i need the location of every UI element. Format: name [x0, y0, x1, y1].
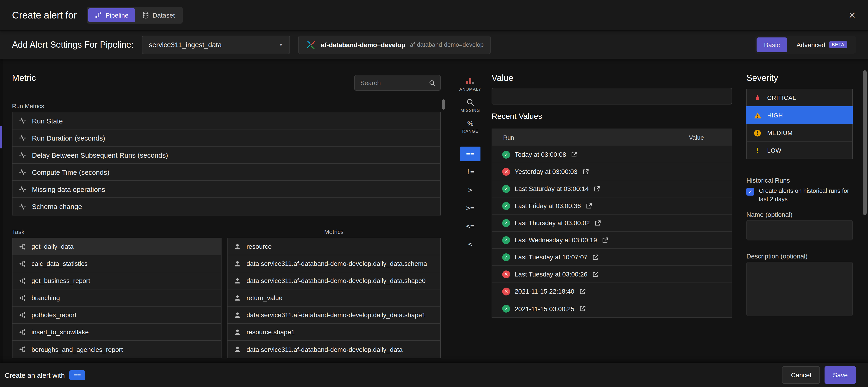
task-name: get_business_report	[31, 277, 90, 284]
alert-type-toggle: Pipeline Dataset	[87, 7, 183, 23]
task-item[interactable]: get_business_report	[12, 272, 221, 289]
anomaly-option[interactable]: ANOMALY	[459, 77, 481, 92]
external-link-icon[interactable]	[594, 219, 601, 226]
external-link-icon[interactable]	[579, 305, 586, 312]
external-link-icon[interactable]	[571, 151, 578, 158]
task-metric-item[interactable]: return_value	[227, 289, 440, 307]
alert-circle-icon	[753, 129, 762, 137]
recent-run-row[interactable]: 2021-11-15 22:18:40	[492, 283, 732, 300]
pipeline-icon	[95, 11, 102, 19]
external-link-icon[interactable]	[592, 254, 599, 261]
close-icon[interactable]: ✕	[848, 10, 856, 20]
toggle-dataset[interactable]: Dataset	[136, 8, 182, 22]
background-app-edge-accent	[0, 126, 2, 149]
toggle-dataset-label: Dataset	[153, 11, 175, 19]
external-link-icon[interactable]	[593, 185, 600, 192]
external-link-icon[interactable]	[592, 271, 599, 278]
run-metric-item[interactable]: Run State	[12, 112, 440, 129]
severity-list: CRITICAL HIGH MEDIUM LOW	[746, 89, 853, 159]
recent-run-row[interactable]: Last Thursday at 03:00:02	[492, 215, 732, 232]
toggle-pipeline[interactable]: Pipeline	[88, 8, 135, 22]
alert-settings-bar: Add Alert Settings For Pipeline: service…	[0, 31, 868, 59]
advanced-mode-label: Advanced	[797, 41, 826, 48]
user-metric-icon	[234, 294, 241, 301]
task-icon	[19, 277, 26, 284]
run-metric-item[interactable]: Missing data operations	[12, 181, 440, 198]
basic-mode-label: Basic	[764, 41, 780, 48]
name-input[interactable]	[746, 220, 853, 240]
task-name: calc_data_statistics	[31, 260, 88, 267]
run-metric-label: Run Duration (seconds)	[32, 134, 105, 142]
run-metric-label: Compute Time (seconds)	[32, 168, 110, 176]
severity-medium[interactable]: MEDIUM	[746, 124, 853, 141]
task-metric-item[interactable]: resource	[227, 238, 440, 255]
run-status-icon	[502, 287, 510, 295]
operator-greater-equal[interactable]: >=	[460, 201, 480, 216]
task-item[interactable]: potholes_report	[12, 307, 221, 324]
task-item[interactable]: get_daily_data	[12, 238, 221, 255]
task-metric-name: data.service311.af-databand-demo-develop…	[246, 277, 426, 284]
airflow-source-badge: af-databand-demo=develop af-databand-dem…	[298, 35, 491, 54]
historical-checkbox-label: Create alerts on historical runs for las…	[759, 187, 854, 203]
operator-less[interactable]: <	[460, 237, 480, 252]
missing-option[interactable]: MISSING	[461, 98, 480, 113]
range-option[interactable]: % RANGE	[462, 119, 478, 134]
run-metric-item[interactable]: Delay Between Subsequent Runs (seconds)	[12, 147, 440, 164]
run-label: Last Tuesday at 10:07:07	[515, 253, 587, 261]
recent-run-row[interactable]: Last Wednesday at 03:00:19	[492, 232, 732, 249]
dialog-scrollbar[interactable]	[863, 70, 867, 215]
recent-run-row[interactable]: Last Saturday at 03:00:14	[492, 180, 732, 197]
severity-low[interactable]: LOW	[746, 141, 853, 159]
run-label: 2021-11-15 22:18:40	[515, 288, 575, 295]
recent-run-row[interactable]: 2021-11-15 03:00:25	[492, 300, 732, 317]
severity-critical[interactable]: CRITICAL	[746, 89, 853, 106]
source-name: af-databand-demo=develop	[321, 41, 405, 48]
severity-label: MEDIUM	[767, 129, 793, 136]
task-item[interactable]: insert_to_snowflake	[12, 324, 221, 341]
pipeline-select[interactable]: service311_ingest_data ▼	[142, 35, 290, 54]
task-icon	[19, 243, 26, 250]
metric-list-scrollbar[interactable]	[442, 99, 445, 109]
user-metric-icon	[234, 328, 241, 335]
checkbox-icon[interactable]	[746, 188, 754, 196]
external-link-icon[interactable]	[579, 288, 586, 295]
pulse-icon	[19, 151, 26, 159]
recent-run-row[interactable]: Last Friday at 03:00:36	[492, 197, 732, 215]
recent-run-row[interactable]: Last Tuesday at 03:00:26	[492, 266, 732, 283]
task-metric-item[interactable]: resource.shape1	[227, 324, 440, 341]
severity-high[interactable]: HIGH	[746, 106, 853, 124]
advanced-mode-button[interactable]: Advanced BETA	[789, 37, 855, 52]
task-metric-item[interactable]: data.service311.af-databand-demo-develop…	[227, 307, 440, 324]
external-link-icon[interactable]	[601, 236, 609, 244]
external-link-icon[interactable]	[582, 168, 589, 175]
operator-greater[interactable]: >	[460, 183, 480, 197]
task-item[interactable]: branching	[12, 289, 221, 307]
operator-less-equal[interactable]: <=	[460, 219, 480, 233]
cancel-button[interactable]: Cancel	[782, 366, 820, 384]
task-item[interactable]: calc_data_statistics	[12, 255, 221, 272]
run-metric-item[interactable]: Schema change	[12, 198, 440, 215]
basic-mode-button[interactable]: Basic	[756, 37, 787, 52]
historical-runs-checkbox-row[interactable]: Create alerts on historical runs for las…	[746, 187, 854, 203]
search-input[interactable]	[359, 78, 425, 87]
external-link-icon[interactable]	[585, 202, 592, 209]
task-metric-item[interactable]: data.service311.af-databand-demo-develop…	[227, 341, 440, 358]
run-metric-item[interactable]: Run Duration (seconds)	[12, 129, 440, 147]
operator-not-equals[interactable]: !=	[460, 165, 480, 180]
task-metric-name: data.service311.af-databand-demo-develop…	[246, 260, 427, 267]
run-label: Last Saturday at 03:00:14	[515, 185, 589, 192]
anomaly-label: ANOMALY	[459, 87, 481, 92]
task-icon	[19, 346, 26, 353]
recent-run-row[interactable]: Yesterday at 03:00:03	[492, 163, 732, 180]
task-metric-item[interactable]: data.service311.af-databand-demo-develop…	[227, 255, 440, 272]
recent-run-row[interactable]: Last Tuesday at 10:07:07	[492, 249, 732, 266]
task-metric-item[interactable]: data.service311.af-databand-demo-develop…	[227, 272, 440, 289]
run-metric-item[interactable]: Compute Time (seconds)	[12, 164, 440, 181]
recent-run-row[interactable]: Today at 03:00:08	[492, 146, 732, 163]
description-input[interactable]	[746, 262, 853, 316]
operator-equals[interactable]: ==	[460, 147, 480, 161]
save-button[interactable]: Save	[825, 366, 856, 384]
value-input[interactable]	[492, 88, 732, 104]
task-item[interactable]: boroughs_and_agencies_report	[12, 341, 221, 358]
task-icon	[19, 260, 26, 267]
